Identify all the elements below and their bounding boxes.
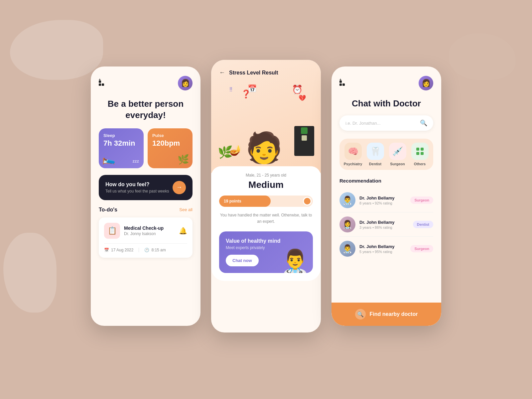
cabinet	[294, 126, 314, 156]
stress-header-title: Stress Level Result	[229, 70, 278, 76]
phone1-title: Be a better person everyday!	[99, 98, 193, 121]
doc-badge-2: Dentist	[413, 221, 433, 228]
phone-1: 👩 Be a better person everyday! Sleep 7h …	[91, 66, 200, 326]
doc-meta-1: 8 years • 92% rating	[359, 201, 406, 205]
todo-date: 📅 17 Aug 2022	[104, 248, 133, 252]
recommendation-title: Recommendation	[339, 178, 433, 184]
feel-card[interactable]: How do you feel? Tell us what you feel t…	[99, 175, 193, 200]
apps-icon[interactable]	[99, 80, 104, 86]
lamp-icon: 🪔	[229, 144, 242, 156]
stress-result-content: Male, 21 - 25 years old Medium 19 points…	[211, 166, 321, 281]
phone-2: ← Stress Level Result ‼ ❓ 📅 ⏰ 💔 📘 🌿	[211, 60, 321, 332]
stress-svg: ‼ ❓ 📅 ⏰ 💔 📘 🌿 🪔 🧑	[211, 76, 321, 163]
stats-row: Sleep 7h 32min zzz 🛌 Pulse 120bpm 🌿	[99, 128, 193, 168]
bg-blob-2	[3, 233, 57, 313]
todo-card[interactable]: 📋 Medical Check-up Dr. Jonny Isakson 🔔 📅…	[99, 217, 193, 258]
dentist-label: Dentist	[369, 162, 381, 166]
svg-rect-1	[421, 148, 424, 151]
doc-meta-3: 5 years • 95% rating	[359, 250, 406, 254]
cat-surgeon[interactable]: 💉 Surgeon	[388, 143, 407, 166]
cat-psychiatry[interactable]: 🧠 Psychiatry	[343, 143, 362, 166]
categories-row: 🧠 Psychiatry 🦷 Dentist 💉 Surgeon	[339, 139, 433, 170]
search-nearby-icon: 🔍	[355, 309, 366, 320]
doctor-illustration: 👨‍⚕️	[281, 250, 310, 273]
see-all-link[interactable]: See all	[179, 207, 193, 212]
sleep-value: 7h 32min	[103, 139, 139, 147]
stressed-person: 🧑	[245, 133, 283, 163]
todo-title: Medical Check-up	[124, 225, 175, 231]
phone3-user-avatar[interactable]: 👩	[419, 76, 433, 90]
feel-title: How do you feel?	[105, 182, 169, 188]
find-nearby-doctor-button[interactable]: 🔍 Find nearby doctor	[332, 303, 441, 326]
progress-bar-fill: 19 points	[219, 196, 271, 207]
stress-illustration-area: ← Stress Level Result ‼ ❓ 📅 ⏰ 💔 📘 🌿	[211, 60, 321, 173]
pulse-illustration: 🌿	[178, 154, 189, 165]
progress-bar-wrap: 19 points	[219, 196, 313, 207]
pulse-label: Pulse	[152, 133, 188, 138]
others-icon-wrap	[411, 143, 429, 160]
clock-icon: 🕐	[144, 248, 149, 252]
sleep-label: Sleep	[103, 133, 139, 138]
sleep-zzz: zzz	[133, 159, 139, 164]
phones-container: 👩 Be a better person everyday! Sleep 7h …	[91, 66, 441, 332]
doctor-card-2[interactable]: 👩‍⚕️ Dr. John Bellamy 3 years • 86% rati…	[339, 212, 433, 237]
cat-others[interactable]: Others	[410, 143, 429, 166]
phone-3: 👩 Chat with Doctor i.e. Dr. Jonathan... …	[332, 66, 441, 326]
doc-meta-2: 3 years • 86% rating	[359, 225, 409, 229]
phone1-header: 👩	[99, 76, 193, 90]
cat-dentist[interactable]: 🦷 Dentist	[366, 143, 385, 166]
calendar-icon: 📅	[104, 248, 109, 252]
sleep-card[interactable]: Sleep 7h 32min zzz 🛌	[99, 128, 144, 168]
phone3-apps-icon[interactable]	[339, 80, 345, 86]
value-subtitle: Meet experts privately	[226, 245, 280, 250]
svg-rect-2	[416, 152, 419, 155]
search-bar[interactable]: i.e. Dr. Jonathan... 🔍	[339, 115, 433, 131]
feel-subtitle: Tell us what you feel the past weeks	[105, 189, 169, 194]
user-avatar[interactable]: 👩	[178, 76, 193, 90]
stress-meta: Male, 21 - 25 years old	[219, 173, 313, 178]
psychiatry-label: Psychiatry	[344, 162, 362, 166]
doc-avatar-1: 👨‍⚕️	[339, 192, 355, 208]
exclamation-icon: ‼	[229, 86, 232, 93]
bg-blob-3	[449, 33, 515, 80]
pulse-card[interactable]: Pulse 120bpm 🌿	[148, 128, 193, 168]
psychiatry-icon-wrap: 🧠	[344, 143, 362, 160]
doc-avatar-2: 👩‍⚕️	[339, 216, 355, 232]
doc-name-1: Dr. John Bellamy	[359, 196, 406, 200]
doctor-card-1[interactable]: 👨‍⚕️ Dr. John Bellamy 8 years • 92% rati…	[339, 188, 433, 212]
find-nearby-label: Find nearby doctor	[370, 311, 418, 317]
chat-now-button[interactable]: Chat now	[226, 255, 259, 266]
doc-avatar-3: 👨‍⚕️	[339, 241, 355, 257]
divider	[139, 248, 139, 252]
chat-title: Chat with Doctor	[339, 98, 433, 109]
todos-section: To-do's See all 📋 Medical Check-up Dr. J…	[99, 207, 193, 318]
stress-description: You have handled the matter well. Otherw…	[219, 212, 313, 225]
feel-arrow-button[interactable]: →	[173, 181, 186, 194]
search-icon: 🔍	[420, 119, 427, 127]
doc-name-3: Dr. John Bellamy	[359, 244, 406, 249]
pulse-value: 120bpm	[152, 139, 188, 147]
todo-time: 🕐 8:15 am	[144, 248, 166, 252]
search-placeholder: i.e. Dr. Jonathan...	[345, 121, 381, 126]
others-grid-icon	[416, 147, 424, 156]
phone3-header: 👩	[339, 76, 433, 90]
surgeon-label: Surgeon	[390, 162, 405, 166]
progress-circle	[303, 197, 312, 205]
others-label: Others	[414, 162, 426, 166]
bell-icon: 🔔	[179, 227, 187, 235]
todo-doctor: Dr. Jonny Isakson	[124, 231, 175, 236]
stress-level: Medium	[219, 180, 313, 190]
clock-float-icon: ⏰	[292, 84, 303, 95]
bg-blob-1	[10, 20, 103, 80]
doc-badge-1: Surgeon	[410, 197, 433, 204]
doctor-card-3[interactable]: 👨‍⚕️ Dr. John Bellamy 5 years • 95% rati…	[339, 237, 433, 261]
back-button[interactable]: ←	[219, 69, 225, 76]
dentist-icon-wrap: 🦷	[367, 143, 384, 160]
svg-rect-0	[416, 148, 419, 151]
doc-badge-3: Surgeon	[410, 245, 433, 252]
calendar-float-icon: 📅	[248, 84, 257, 93]
todo-icon: 📋	[104, 223, 120, 239]
surgeon-icon-wrap: 💉	[389, 143, 406, 160]
heart-float-icon: 💔	[299, 94, 306, 102]
value-card: Value of healthy mind Meet experts priva…	[219, 231, 313, 273]
